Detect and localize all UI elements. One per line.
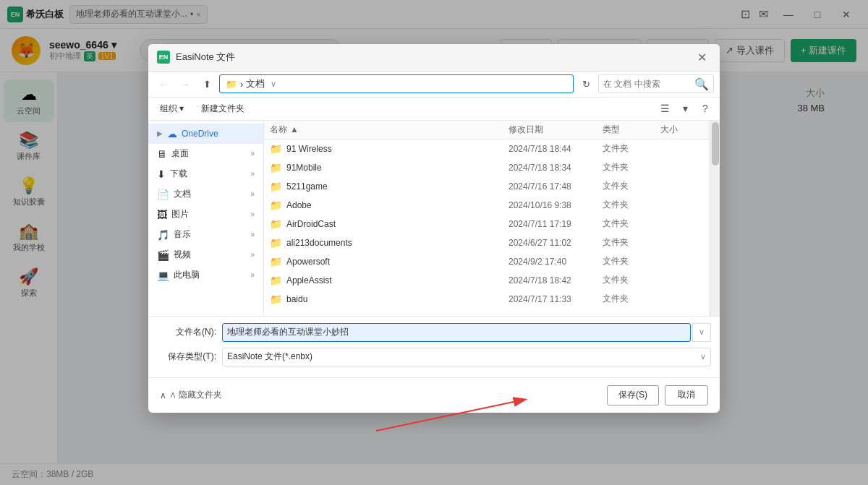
- collapse-folder-button[interactable]: ∧ ∧ 隐藏文件夹: [160, 389, 222, 401]
- desktop-icon: 🖥: [157, 148, 167, 160]
- fs-item-documents[interactable]: 📄 文档 »: [148, 184, 263, 205]
- collapse-icon: ∧: [160, 390, 166, 400]
- file-type: 文件夹: [603, 274, 660, 286]
- file-name: Apowersoft: [286, 257, 330, 267]
- file-date: 2024/7/11 17:19: [509, 219, 603, 229]
- file-list-header: 名称 ▲ 修改日期 类型 大小: [264, 121, 710, 140]
- breadcrumb-sep: ›: [240, 79, 243, 90]
- file-name: baidu: [286, 294, 307, 304]
- fs-item-onedrive[interactable]: ▶ ☁ OneDrive: [148, 124, 263, 144]
- cancel-button[interactable]: 取消: [665, 385, 708, 405]
- dialog-logo: EN: [157, 51, 170, 64]
- folder-icon: 📁: [270, 162, 282, 173]
- filetype-value: EasiNote 文件(*.enbx): [227, 351, 312, 363]
- breadcrumb-chevron: ∨: [271, 80, 276, 89]
- filetype-chevron: ∨: [700, 352, 706, 361]
- file-rows: 📁 91 Wireless 2024/7/18 18:44 文件夹 📁 91Mo…: [264, 140, 710, 316]
- file-type: 文件夹: [603, 255, 660, 267]
- file-type: 文件夹: [603, 180, 660, 192]
- nav-forward-button[interactable]: →: [176, 74, 195, 93]
- file-row[interactable]: 📁 5211game 2024/7/16 17:48 文件夹: [264, 177, 710, 196]
- thispc-icon: 💻: [157, 270, 169, 281]
- file-date: 2024/7/18 18:42: [509, 275, 603, 286]
- fs-item-downloads[interactable]: ⬇ 下载 »: [148, 164, 263, 184]
- file-name: 91 Wireless: [286, 144, 332, 154]
- documents-icon: 📄: [157, 189, 169, 200]
- organize-button[interactable]: 组织 ▾: [154, 100, 190, 117]
- filename-input[interactable]: [222, 323, 691, 342]
- file-date: 2024/7/18 18:44: [509, 144, 603, 154]
- file-row[interactable]: 📁 AppleAssist 2024/7/18 18:42 文件夹: [264, 271, 710, 290]
- file-search-input[interactable]: [603, 79, 692, 89]
- folder-icon: 📁: [270, 293, 282, 305]
- fs-item-music[interactable]: 🎵 音乐 »: [148, 225, 263, 245]
- fs-item-desktop[interactable]: 🖥 桌面 »: [148, 144, 263, 164]
- file-type: 文件夹: [603, 161, 660, 173]
- fs-item-pictures[interactable]: 🖼 图片 »: [148, 205, 263, 225]
- folder-icon: 📁: [270, 218, 282, 230]
- file-dialog: EN EasiNote 文件 ✕ ← → ⬆ 📁 › 文档 ∨ ↻ 🔍: [148, 44, 720, 413]
- dialog-close-button[interactable]: ✕: [692, 48, 711, 66]
- view-mode-button[interactable]: ☰: [656, 100, 673, 117]
- dialog-overlay: EN EasiNote 文件 ✕ ← → ⬆ 📁 › 文档 ∨ ↻ 🔍: [0, 0, 868, 485]
- collapse-label: ∧ 隐藏文件夹: [169, 389, 222, 401]
- folder-icon: 📁: [270, 237, 282, 249]
- save-button[interactable]: 保存(S): [607, 385, 659, 405]
- file-row[interactable]: 📁 Apowersoft 2024/9/2 17:40 文件夹: [264, 252, 710, 271]
- file-row[interactable]: 📁 ali213documents 2024/6/27 11:02 文件夹: [264, 233, 710, 252]
- file-row[interactable]: 📁 Adobe 2024/10/16 9:38 文件夹: [264, 196, 710, 215]
- file-date: 2024/7/18 18:34: [509, 163, 603, 173]
- file-row[interactable]: 📁 AirDroidCast 2024/7/11 17:19 文件夹: [264, 215, 710, 233]
- file-date: 2024/7/17 11:33: [509, 294, 603, 304]
- file-refresh-button[interactable]: ↻: [576, 74, 595, 93]
- file-type: 文件夹: [603, 293, 660, 305]
- filetype-select[interactable]: EasiNote 文件(*.enbx) ∨: [222, 348, 711, 366]
- file-date: 2024/10/16 9:38: [509, 200, 603, 210]
- dialog-title-text: EasiNote 文件: [176, 51, 235, 64]
- filename-label: 文件名(N):: [157, 326, 222, 338]
- new-folder-button[interactable]: 新建文件夹: [195, 100, 250, 117]
- sort-icon: ▲: [290, 124, 299, 134]
- folder-icon: 📁: [270, 181, 282, 192]
- breadcrumb-root: 文档: [246, 77, 265, 90]
- file-search-icon: 🔍: [694, 77, 709, 91]
- file-row[interactable]: 📁 baidu 2024/7/17 11:33 文件夹: [264, 290, 710, 309]
- breadcrumb[interactable]: 📁 › 文档 ∨: [219, 74, 574, 93]
- fs-item-videos[interactable]: 🎬 视频 »: [148, 245, 263, 265]
- filename-row: 文件名(N): ∨: [157, 322, 711, 343]
- file-row[interactable]: 📁 91 Wireless 2024/7/18 18:44 文件夹: [264, 140, 710, 158]
- dialog-footer: ∧ ∧ 隐藏文件夹 保存(S) 取消: [148, 377, 720, 413]
- file-name: 91Mobile: [286, 163, 322, 173]
- filename-dropdown-button[interactable]: ∨: [692, 323, 711, 342]
- folder-icon: 📁: [270, 143, 282, 155]
- fs-item-thispc[interactable]: 💻 此电脑 »: [148, 265, 263, 286]
- thispc-arrow: »: [250, 271, 255, 279]
- header-date: 修改日期: [509, 124, 603, 136]
- file-name: AppleAssist: [286, 275, 332, 286]
- view-chevron[interactable]: ▾: [676, 100, 694, 117]
- file-name: Adobe: [286, 200, 312, 210]
- header-type: 类型: [603, 124, 660, 136]
- breadcrumb-icon: 📁: [226, 79, 237, 90]
- scroll-thumb[interactable]: [712, 122, 719, 166]
- file-date: 2024/7/16 17:48: [509, 181, 603, 192]
- nav-back-button[interactable]: ←: [154, 74, 173, 93]
- file-name: 5211game: [286, 181, 328, 192]
- file-scrollbar[interactable]: [710, 121, 720, 316]
- filetype-row: 保存类型(T): EasiNote 文件(*.enbx) ∨: [157, 347, 711, 367]
- file-nav: ← → ⬆ 📁 › 文档 ∨ ↻ 🔍: [148, 72, 720, 98]
- desktop-arrow: »: [250, 150, 255, 158]
- nav-up-button[interactable]: ⬆: [197, 74, 216, 93]
- file-name: ali213documents: [286, 238, 352, 248]
- view-icons: ☰ ▾ ?: [656, 100, 714, 117]
- dialog-titlebar: EN EasiNote 文件 ✕: [148, 44, 720, 72]
- file-row[interactable]: 📁 91Mobile 2024/7/18 18:34 文件夹: [264, 158, 710, 177]
- pictures-icon: 🖼: [157, 209, 167, 220]
- documents-arrow: »: [250, 190, 255, 198]
- nav-up-icon: ⬆: [203, 79, 211, 90]
- footer-buttons: 保存(S) 取消: [607, 385, 708, 405]
- file-toolbar: 组织 ▾ 新建文件夹 ☰ ▾ ?: [148, 98, 720, 121]
- file-search-box[interactable]: 🔍: [598, 74, 714, 93]
- help-button[interactable]: ?: [697, 100, 714, 117]
- folder-icon: 📁: [270, 199, 282, 211]
